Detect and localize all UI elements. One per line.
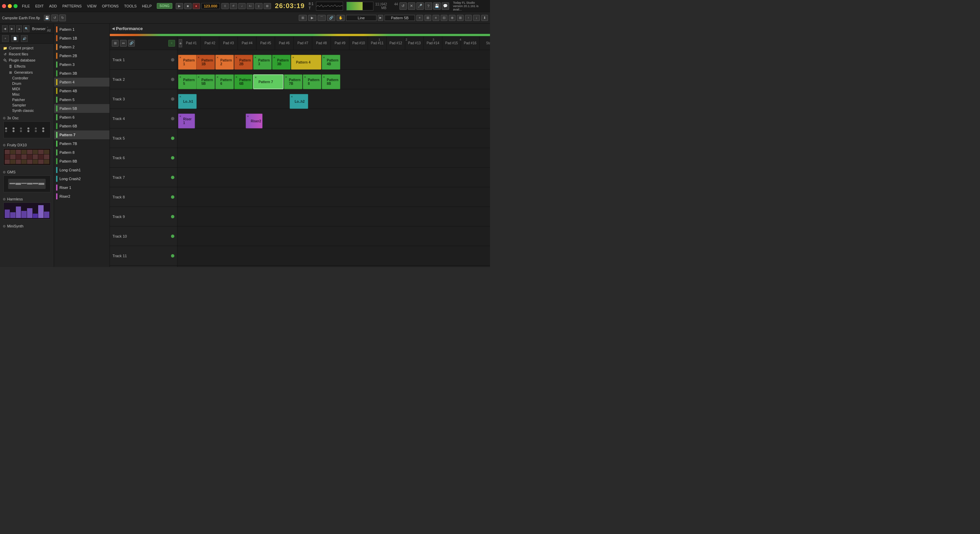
metronome-button[interactable]: ♩ [238,3,246,9]
save-icon[interactable]: 💾 [433,2,441,10]
pattern-item-8[interactable]: Pattern 8 [54,148,110,157]
menu-help[interactable]: HELP [141,3,153,9]
sidebar-item-sampler[interactable]: Sampler [2,102,52,108]
pattern-item-1b[interactable]: Pattern 1B [54,34,110,43]
block-t2-p8[interactable]: × Pattern 8 [303,74,321,89]
help-icon[interactable]: ? [425,2,432,10]
sidebar-back[interactable]: ◀ [2,26,8,32]
song-button[interactable]: SONG [157,3,172,9]
sidebar-search[interactable]: 🔍 [23,26,29,32]
sidebar-up[interactable]: ▲ [16,26,22,32]
rotate-icon[interactable]: ↺ [51,14,58,21]
sidebar-item-effects[interactable]: 🎛 Effects [2,63,52,69]
block-t2-p7[interactable]: × Pattern 7 [253,74,283,89]
block-t1-p4[interactable]: × Pattern 4 [291,55,321,70]
pad-6[interactable]: Pad #6 [275,37,294,50]
menu-view[interactable]: VIEW [86,3,98,9]
pattern-plus-button[interactable]: + [416,15,423,21]
pattern-item-8b[interactable]: Pattern 8B [54,157,110,166]
countdown-button[interactable]: || [255,3,262,9]
block-t2-p8b[interactable]: × Pattern 8B [322,74,340,89]
block-t4-riser1[interactable]: × Riser 1 [178,113,195,128]
pattern-nav1[interactable]: ⊞ [425,15,431,21]
arr-icon-arrows[interactable]: ⇔ [120,40,127,47]
sidebar-item-drum[interactable]: Drum [2,81,52,86]
sidebar-item-patcher[interactable]: Patcher [2,97,52,102]
minimize-button[interactable] [8,4,12,8]
pattern-item-4b[interactable]: Pattern 4B [54,86,110,95]
pattern-item-2[interactable]: Pattern 2 [54,43,110,51]
loop-button[interactable]: ↺ [230,3,237,9]
sidebar-nav-file[interactable]: 📄 [11,35,18,42]
menu-edit[interactable]: EDIT [34,3,45,9]
pattern-item-4[interactable]: Pattern 4 [54,78,110,86]
pattern-item-6b[interactable]: Pattern 6B [54,122,110,131]
tempo-button[interactable]: 3♩ [247,3,254,9]
stop-button[interactable]: ■ [184,3,192,9]
sidebar-item-current-project[interactable]: 📁 Current project [2,45,52,51]
plugin-name-dx10[interactable]: ⚙ Fruity DX10 [3,143,51,147]
pattern-item-long-crash1[interactable]: Long Crash1 [54,166,110,174]
pad-2[interactable]: Pad #2 [201,37,219,50]
record-button[interactable]: ● [192,3,200,9]
sidebar-item-midi[interactable]: MIDI [2,86,52,92]
plugin-name-gms[interactable]: ⚙ GMS [3,170,51,174]
sidebar-item-recent-files[interactable]: ↺ Recent files [2,51,52,57]
pad-7[interactable]: Pad #7 [294,37,312,50]
maximize-button[interactable] [14,4,18,8]
sidebar-item-controller[interactable]: Controller [2,75,52,81]
menu-options[interactable]: OPTIONS [101,3,120,9]
block-t1-p1[interactable]: × Pattern 1 [178,55,197,70]
arr-icon-link[interactable]: 🔗 [128,40,135,47]
pad-3[interactable]: Pad #3 [219,37,238,50]
play-button[interactable]: ▶ [176,3,183,9]
pattern-item-3[interactable]: Pattern 3 [54,60,110,69]
track-dot-10[interactable] [171,234,174,238]
track-dot-3[interactable] [171,97,174,101]
link-icon[interactable]: 🔗 [327,15,335,21]
track-dot-4[interactable] [171,117,174,120]
sidebar-nav-audio[interactable]: 🔊 [21,35,28,42]
sidebar-item-synth-classic[interactable]: Synth classic [2,108,52,113]
pattern-item-1[interactable]: Pattern 1 [54,25,110,34]
menu-patterns[interactable]: PATTERNS [62,3,83,9]
line-arrow[interactable]: ▶ [378,15,383,21]
block-t3-loh1[interactable]: × Lo..h1 [178,94,197,109]
block-t2-p6b[interactable]: × Pattern 6B [234,74,253,89]
block-t1-p2[interactable]: × Pattern 2 [215,55,234,70]
plugin-name-harmless[interactable]: ⚙ Harmless [3,197,51,201]
sidebar-item-plugin-database[interactable]: 🔌 Plugin database [2,57,52,63]
forward-icon[interactable]: ▶ [308,15,316,21]
pattern-nav4[interactable]: ⊕ [449,15,455,21]
bpm-display[interactable]: 123.000 [201,3,220,9]
pattern-item-7b[interactable]: Pattern 7B [54,139,110,148]
pattern-item-3b[interactable]: Pattern 3B [54,69,110,78]
menu-add[interactable]: ADD [48,3,58,9]
pattern-item-2b[interactable]: Pattern 2B [54,51,110,60]
prev-bar-button[interactable]: ⟨⟨ [221,3,229,9]
pattern-nav6[interactable]: ↑ [465,15,472,21]
menu-file[interactable]: FILE [21,3,31,9]
block-t2-p7b[interactable]: × Pattern 7B [284,74,302,89]
plugin-name-minisynth[interactable]: ⚙ MiniSynth [3,224,51,228]
pattern-item-long-crash2[interactable]: Long Crash2 [54,174,110,183]
pad-add-button[interactable]: + [179,39,182,47]
block-t2-p6[interactable]: × Pattern 6 [215,74,234,89]
pattern-nav3[interactable]: ⊟ [441,15,447,21]
file-save-icon[interactable]: 💾 [44,15,50,21]
sidebar-item-generators[interactable]: ⊞ Generators [2,69,52,75]
track-dot-8[interactable] [171,195,174,199]
track-dot-7[interactable] [171,176,174,179]
settings-icon[interactable]: ✕ [408,2,415,10]
pattern-nav7[interactable]: ↓ [473,15,480,21]
track-dot-9[interactable] [171,215,174,218]
track-dot-6[interactable] [171,156,174,159]
pattern-nav8[interactable]: ⬇ [481,15,488,21]
menu-tools[interactable]: TOOLS [123,3,138,9]
plugin-name-3xosc[interactable]: ⚙ 3x Osc [3,116,51,120]
pattern-item-6[interactable]: Pattern 6 [54,113,110,122]
pattern-item-riser1[interactable]: Riser 1 [54,183,110,192]
pad-10[interactable]: Pad #10 [349,37,368,50]
block-t4-riser2[interactable]: × Riser2 [246,113,262,128]
refresh-icon[interactable]: ↺ [399,2,407,10]
